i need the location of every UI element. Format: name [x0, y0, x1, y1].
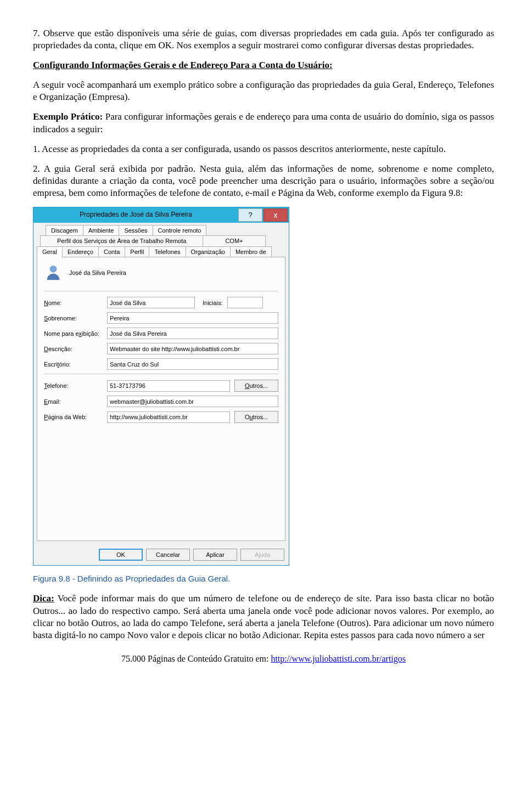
outros-pagina-button[interactable]: Outros...: [234, 411, 278, 423]
tab-membro-de[interactable]: Membro de: [230, 246, 272, 257]
label-iniciais: Iniciais:: [203, 299, 223, 307]
ajuda-button[interactable]: Ajuda: [240, 549, 284, 561]
divider: [44, 374, 278, 374]
escritorio-field[interactable]: [107, 358, 278, 370]
aplicar-button[interactable]: Aplicar: [193, 549, 237, 561]
tab-ambiente[interactable]: Ambiente: [83, 225, 119, 235]
email-field[interactable]: [107, 396, 278, 407]
iniciais-field[interactable]: [227, 297, 263, 308]
sobrenome-field[interactable]: [107, 312, 278, 324]
svg-point-0: [50, 266, 57, 273]
paragraph-7: 7. Observe que estão disponíveis uma sér…: [33, 27, 494, 52]
label-nome: Nome:: [44, 299, 107, 307]
tab-com-plus[interactable]: COM+: [203, 235, 265, 246]
tab-discagem[interactable]: Discagem: [46, 225, 83, 235]
help-button[interactable]: ?: [238, 208, 262, 222]
tab-conta[interactable]: Conta: [98, 246, 125, 257]
dica-paragraph: Dica: Você pode informar mais do que um …: [33, 593, 494, 641]
label-escritorio: Escritório:: [44, 360, 107, 368]
close-button[interactable]: x: [264, 208, 288, 222]
ok-button[interactable]: OK: [99, 549, 143, 561]
tab-telefones[interactable]: Telefones: [149, 246, 186, 257]
cancelar-button[interactable]: Cancelar: [146, 549, 190, 561]
label-email: Email:: [44, 398, 107, 405]
label-nome-exibicao: Nome para exibição:: [44, 330, 107, 337]
descricao-field[interactable]: [107, 343, 278, 354]
step-1: 1. Acesse as propriedades da conta a ser…: [33, 143, 494, 155]
tab-sessoes[interactable]: Sessões: [119, 225, 153, 235]
properties-dialog: Propriedades de José da Silva Pereira ? …: [33, 207, 289, 566]
tab-endereco[interactable]: Endereço: [62, 246, 99, 257]
user-display-name: José da Silva Pereira: [69, 269, 126, 277]
step-2: 2. A guia Geral será exibida por padrão.…: [33, 163, 494, 199]
figure-caption: Figura 9.8 - Definindo as Propriedades d…: [33, 573, 494, 584]
label-pagina-web: Página da Web:: [44, 413, 107, 421]
tab-panel-geral: José da Silva Pereira Nome: Iniciais: So…: [37, 257, 285, 541]
tab-perfil-rds[interactable]: Perfil dos Serviços de Área de Trabalho …: [40, 235, 203, 246]
section-heading: Configurando Informações Gerais e de End…: [33, 59, 494, 71]
figure-9-8: Propriedades de José da Silva Pereira ? …: [33, 207, 494, 566]
label-telefone: Telefone:: [44, 382, 107, 390]
paragraph-intro: A seguir você acompanhará um exemplo prá…: [33, 79, 494, 103]
footer-link[interactable]: http://www.juliobattisti.com.br/artigos: [271, 654, 406, 663]
label-descricao: Descrição:: [44, 345, 107, 353]
tab-geral[interactable]: Geral: [37, 246, 63, 258]
tab-perfil[interactable]: Perfil: [125, 246, 149, 257]
divider: [44, 291, 278, 291]
outros-telefone-button[interactable]: Outros...: [234, 380, 278, 392]
exemplo-label: Exemplo Prático:: [33, 111, 105, 122]
footer: 75.000 Páginas de Conteúdo Gratuito em: …: [33, 653, 494, 665]
nome-field[interactable]: [107, 297, 195, 308]
nome-exibicao-field[interactable]: [107, 328, 278, 339]
label-sobrenome: Sobrenome:: [44, 314, 107, 322]
user-icon: [44, 263, 63, 283]
dialog-button-bar: OK Cancelar Aplicar Ajuda: [33, 544, 289, 565]
tab-controle-remoto[interactable]: Controle remoto: [153, 225, 207, 235]
tab-organizacao[interactable]: Organização: [186, 246, 231, 257]
dica-label: Dica:: [33, 593, 54, 604]
paragraph-exemplo: Exemplo Prático: Para configurar informa…: [33, 111, 494, 135]
pagina-web-field[interactable]: [107, 411, 230, 423]
dialog-titlebar: Propriedades de José da Silva Pereira ? …: [33, 207, 289, 223]
tabs-area: Discagem Ambiente Sessões Controle remot…: [33, 223, 289, 257]
dialog-title: Propriedades de José da Silva Pereira: [33, 211, 238, 219]
telefone-field[interactable]: [107, 380, 230, 392]
dica-text: Você pode informar mais do que um número…: [33, 593, 494, 640]
footer-text: 75.000 Páginas de Conteúdo Gratuito em:: [121, 654, 271, 663]
